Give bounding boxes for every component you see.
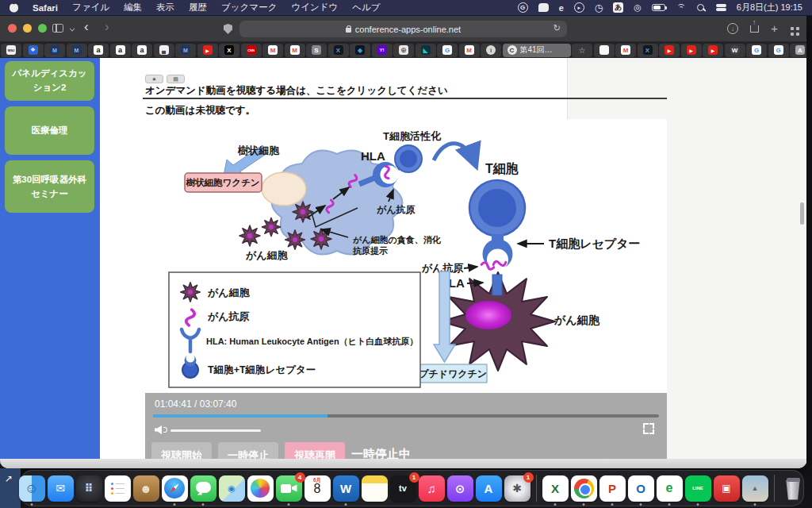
tab-google[interactable]: G <box>437 44 458 57</box>
sidebar-item-session[interactable]: 医療倫理 <box>5 106 94 155</box>
tab-gmail[interactable]: M <box>459 44 480 57</box>
tab-drop[interactable]: ◆ <box>350 44 370 57</box>
tab-car-site[interactable]: ▄ <box>154 44 174 57</box>
progress-bar[interactable] <box>153 414 659 418</box>
chevron-down-icon[interactable] <box>70 26 75 32</box>
circle-status-icon[interactable]: ◎ <box>634 2 642 13</box>
tab-cnn[interactable]: CNN <box>241 44 262 57</box>
back-button[interactable]: ‹ <box>84 19 89 35</box>
dock-item-safari[interactable] <box>162 475 188 502</box>
downloads-button[interactable]: ↓ <box>727 23 738 34</box>
share-button[interactable] <box>750 25 759 33</box>
reload-icon[interactable]: ↻ <box>553 23 561 33</box>
tab-info[interactable]: i <box>481 44 501 57</box>
dock-item-app-store[interactable]: A <box>476 475 502 502</box>
control-center-icon[interactable] <box>716 4 726 11</box>
dock-item-system-settings[interactable]: ✱1 <box>504 475 530 502</box>
tab-gmail[interactable]: M <box>615 44 636 57</box>
menu-item[interactable]: ファイル <box>72 2 109 13</box>
menu-bar-clock[interactable]: 6月8日(土) 19:15 <box>737 2 802 13</box>
dock-item-apple-tv[interactable]: tv1 <box>390 475 416 502</box>
scrollbar-thumb[interactable] <box>800 202 804 225</box>
tab-navy-m[interactable]: M <box>175 44 196 57</box>
ondemand-link[interactable]: オンデマンド動画を視聴する場合は、ここをクリックしてください <box>145 84 448 98</box>
tab-blank[interactable] <box>594 44 615 57</box>
menu-item[interactable]: ウインドウ <box>291 2 338 13</box>
input-source-icon[interactable]: あ <box>613 2 623 13</box>
tab-wordpress[interactable]: W <box>725 44 745 57</box>
menu-item[interactable]: 履歴 <box>189 2 207 13</box>
sidebar-item-session[interactable]: パネルディスカッション2 <box>5 61 94 101</box>
google-status-icon[interactable]: G <box>518 2 528 13</box>
tab-blue-app[interactable]: ❖ <box>23 44 44 57</box>
tab-yahoo[interactable]: Y! <box>372 44 393 57</box>
dock-item-maps[interactable]: ◉ <box>219 475 245 502</box>
line-status-icon[interactable] <box>538 3 549 12</box>
dock-item-reminders[interactable] <box>105 475 131 502</box>
sidebar-item-session[interactable]: 第30回呼吸器外科 セミナー <box>5 160 94 213</box>
tab-youtube[interactable]: ▶ <box>681 44 702 57</box>
evernote-status-icon[interactable]: e <box>559 3 564 13</box>
dock-item-mail[interactable]: ✉ <box>48 475 74 502</box>
tab-x-blue[interactable]: X <box>638 44 658 57</box>
dock-item-contacts[interactable]: ☻ <box>133 475 159 502</box>
tab-youtube[interactable]: ▶ <box>703 44 723 57</box>
dock-item-photo-viewer[interactable]: ▲ <box>742 475 768 502</box>
tab-gmail[interactable]: M <box>285 44 305 57</box>
dock-item-launchpad[interactable]: ⠿ <box>76 475 102 502</box>
new-tab-button[interactable]: + <box>771 21 778 35</box>
media-status-icon[interactable]: ▸ <box>574 2 584 13</box>
video-frame[interactable]: 樹状細胞ワクチン <box>145 119 667 393</box>
volume-slider[interactable] <box>170 429 261 432</box>
menu-item[interactable]: ブックマーク <box>221 2 277 13</box>
bookmark-mini-button[interactable]: ★ <box>145 75 163 83</box>
forward-button[interactable]: › <box>105 19 109 35</box>
clock-status-icon[interactable]: ◷ <box>595 2 603 13</box>
tab-google[interactable]: G <box>746 44 767 57</box>
address-bar[interactable]: conference-apps-online.net ↻ <box>239 21 567 37</box>
tab-x[interactable]: X <box>219 44 239 57</box>
volume-icon[interactable] <box>155 425 162 434</box>
dock-item-facetime[interactable]: 4 <box>276 475 302 502</box>
tab-google[interactable]: G <box>768 44 789 57</box>
tab-navy-m[interactable]: M <box>67 44 87 57</box>
tab-wsj[interactable]: WSJ <box>1 44 21 57</box>
dock-item-powerpoint[interactable]: P <box>599 475 626 502</box>
tab-triangle[interactable]: ◣ <box>416 44 436 57</box>
dock-item-excel[interactable]: X <box>542 475 569 502</box>
tab-youtube[interactable]: ▶ <box>197 44 218 57</box>
dock-item-finder[interactable]: ☺ <box>19 475 45 502</box>
dock-item-trash[interactable] <box>780 475 806 502</box>
dock-item-messages[interactable] <box>190 475 216 502</box>
note-mini-button[interactable]: ▤ <box>167 75 185 83</box>
spotlight-icon[interactable] <box>696 3 706 13</box>
tab-overview-button[interactable] <box>787 24 797 33</box>
dock-item-word[interactable]: W <box>333 475 359 502</box>
dock-item-red-photos[interactable]: ▣ <box>714 475 740 502</box>
dock-item-outlook[interactable]: O <box>628 475 654 502</box>
tab-youtube[interactable]: ▶ <box>659 44 680 57</box>
apple-menu-icon[interactable] <box>10 3 18 13</box>
fullscreen-button[interactable] <box>643 423 654 434</box>
dock-item-evernote[interactable]: e <box>657 475 683 502</box>
tab-a-app[interactable]: A <box>790 44 806 57</box>
dock-item-line[interactable]: LINE <box>685 475 711 502</box>
tab-amazon[interactable]: a <box>110 44 131 57</box>
tab-star[interactable]: ☆ <box>572 44 592 57</box>
tab-s-app[interactable]: S <box>306 44 327 57</box>
tab-amazon[interactable]: a <box>132 44 152 57</box>
tab-amazon[interactable]: a <box>88 44 109 57</box>
minimize-window-button[interactable] <box>23 24 32 33</box>
tab-navy-m[interactable]: M <box>44 44 65 57</box>
sidebar-toggle-icon[interactable] <box>52 24 63 33</box>
wifi-icon[interactable] <box>676 4 686 12</box>
zoom-window-button[interactable] <box>38 24 47 33</box>
menu-item[interactable]: 編集 <box>124 2 142 13</box>
privacy-shield-icon[interactable] <box>224 24 232 34</box>
battery-icon[interactable] <box>652 4 665 11</box>
tab-globe[interactable]: ⊕ <box>393 44 414 57</box>
menu-item[interactable]: ヘルプ <box>352 2 380 13</box>
menu-app-name[interactable]: Safari <box>33 3 58 13</box>
tab-active[interactable]: C第41回… <box>503 44 571 57</box>
tab-x-blue[interactable]: X <box>328 44 349 57</box>
